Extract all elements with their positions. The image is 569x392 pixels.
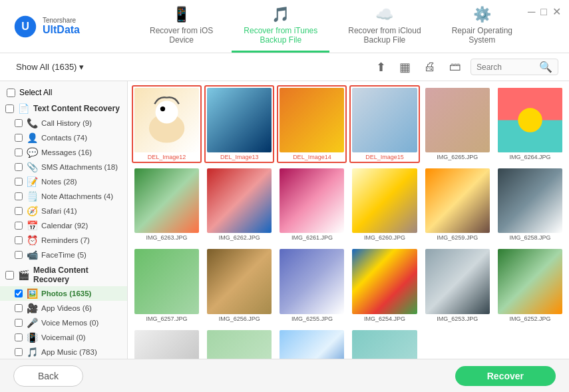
sidebar-item-note-attachments[interactable]: 🗒️ Note Attachments (4) [0,189,127,204]
sidebar-item-photos[interactable]: 🖼️ Photos (1635) [0,286,127,301]
photo-label: IMG_6263.JPG [146,234,188,241]
sidebar-item-app-videos[interactable]: 🎥 App Videos (6) [0,301,127,315]
photo-label: DEL_Image14 [293,154,331,160]
logo-icon: U [13,15,37,39]
app-videos-checkbox[interactable] [15,304,23,312]
notes-icon: 📝 [27,176,37,187]
app-music-label: App Music (783) [41,348,97,356]
photo-cell[interactable]: IMG_6254.JPG [349,246,419,324]
minimize-button[interactable]: ─ [528,5,535,18]
sidebar-item-voice-memos[interactable]: 🎤 Voice Memos (0) [0,315,127,330]
window-controls: ─ □ ✕ [528,5,561,18]
photo-cell[interactable]: DEL_Image12 [132,85,202,163]
search-input[interactable] [476,63,536,72]
note-attachments-icon: 🗒️ [27,191,37,202]
calendar-label: Calendar (92) [41,222,88,230]
section-text-label: Text Content Recovery [33,104,120,113]
photo-cell[interactable] [277,327,347,359]
sidebar-item-call-history[interactable]: 📞 Call History (9) [0,116,127,130]
photo-label: IMG_6259.JPG [437,234,478,241]
photo-label: DEL_Image13 [220,154,259,160]
photo-cell[interactable]: IMG_6260.JPG [349,166,419,244]
messages-checkbox[interactable] [15,148,23,156]
text-section-icon: 📄 [18,103,29,114]
close-button[interactable]: ✕ [552,5,561,18]
maximize-button[interactable]: □ [540,5,547,18]
voicemail-checkbox[interactable] [15,333,23,341]
sms-attachments-icon: 📎 [27,162,37,172]
contacts-checkbox[interactable] [15,134,23,142]
photo-cell[interactable]: IMG_6262.JPG [204,166,274,244]
photo-cell[interactable]: DEL_Image14 [277,85,347,163]
logo-brand: Tenorshare [43,17,80,24]
photo-thumbnail [352,88,417,152]
recover-button[interactable]: Recover [455,366,556,386]
photo-cell[interactable] [132,327,202,359]
tab-itunes[interactable]: 🎵 Recover from iTunesBackup File [232,0,329,53]
photo-cell[interactable]: IMG_6256.JPG [204,246,274,324]
show-all-label: Show All [16,62,49,72]
sms-attachments-checkbox[interactable] [15,163,23,171]
notes-checkbox[interactable] [15,178,23,186]
photo-cell[interactable]: IMG_6255.JPG [277,246,347,324]
section-media-checkbox[interactable] [5,271,14,280]
photo-cell[interactable]: IMG_6259.JPG [423,166,492,244]
tab-ios[interactable]: 📱 Recover from iOSDevice [138,0,225,53]
sidebar-item-contacts[interactable]: 👤 Contacts (74) [0,130,127,145]
tab-icloud[interactable]: ☁️ Recover from iCloudBackup File [336,0,433,53]
app-music-icon: 🎵 [27,347,37,357]
sidebar-item-app-music[interactable]: 🎵 App Music (783) [0,345,127,359]
photo-cell[interactable]: IMG_6252.JPG [495,246,565,324]
select-all-row[interactable]: Select All [0,85,127,100]
section-text-header[interactable]: 📄 Text Content Recovery [0,100,127,116]
photo-cell[interactable]: DEL_Image13 [204,85,274,163]
sidebar-item-calendar[interactable]: 📅 Calendar (92) [0,218,127,233]
photo-cell[interactable]: IMG_6257.JPG [132,246,202,324]
sms-attachments-label: SMS Attachments (18) [41,163,118,171]
back-button[interactable]: Back [13,365,83,387]
call-history-checkbox[interactable] [15,119,23,127]
grid-view-button[interactable]: ▦ [395,57,415,77]
sidebar-item-notes[interactable]: 📝 Notes (28) [0,174,127,189]
photos-icon: 🖼️ [27,288,37,299]
photo-cell[interactable]: IMG_6253.JPG [423,246,492,324]
photo-thumbnail [352,168,417,233]
photo-cell[interactable]: IMG_6265.JPG [423,85,492,163]
tab-repair[interactable]: ⚙️ Repair OperatingSystem [440,0,524,53]
tab-ios-label: Recover from iOSDevice [150,26,213,45]
photo-cell[interactable]: IMG_6261.JPG [277,166,347,244]
select-all-checkbox[interactable] [7,89,15,97]
print-button[interactable]: 🖨 [420,57,440,77]
voice-memos-checkbox[interactable] [15,319,23,327]
photo-cell[interactable] [204,327,274,359]
sidebar-item-facetime[interactable]: 📹 FaceTime (5) [0,248,127,262]
section-media-header[interactable]: 🎬 Media Content Recovery [0,262,127,286]
sidebar-item-messages[interactable]: 💬 Messages (16) [0,145,127,160]
sidebar-item-sms-attachments[interactable]: 📎 SMS Attachments (18) [0,160,127,174]
photo-cell[interactable]: IMG_6264.JPG [495,85,565,163]
sidebar-item-reminders[interactable]: ⏰ Reminders (7) [0,233,127,248]
photo-thumbnail [498,249,562,313]
sidebar-item-safari[interactable]: 🧭 Safari (41) [0,204,127,218]
app-music-checkbox[interactable] [15,348,23,356]
photo-cell[interactable]: IMG_6258.JPG [495,166,565,244]
photo-label: IMG_6253.JPG [437,315,478,322]
photo-cell[interactable]: IMG_6263.JPG [132,166,202,244]
sidebar: Select All 📄 Text Content Recovery 📞 Cal… [0,81,128,359]
photo-cell[interactable] [349,327,419,359]
photo-thumbnail [498,168,562,233]
reminders-checkbox[interactable] [15,236,23,244]
section-text-checkbox[interactable] [5,104,14,113]
info-button[interactable]: 🗃 [445,57,465,77]
safari-checkbox[interactable] [15,207,23,215]
show-all-button[interactable]: Show All (1635) ▾ [11,59,89,75]
photos-checkbox[interactable] [15,290,23,297]
sidebar-item-voicemail[interactable]: 📳 Voicemail (0) [0,330,127,345]
facetime-checkbox[interactable] [15,251,23,259]
calendar-checkbox[interactable] [15,222,23,230]
call-history-icon: 📞 [27,118,37,128]
facetime-icon: 📹 [27,250,37,260]
photo-cell[interactable]: DEL_Image15 [349,85,419,163]
export-button[interactable]: ⬆ [372,57,390,77]
note-attachments-checkbox[interactable] [15,192,23,200]
